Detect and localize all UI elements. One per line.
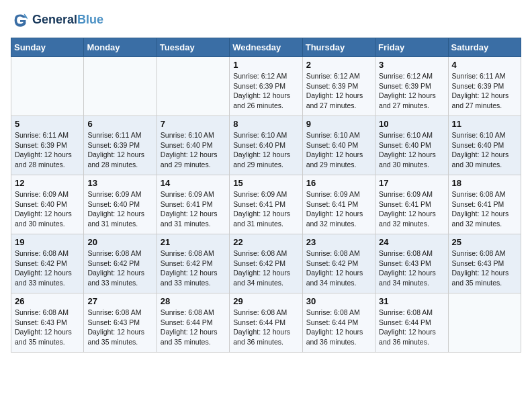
calendar-cell: 8Sunrise: 6:10 AM Sunset: 6:40 PM Daylig… bbox=[230, 116, 302, 175]
day-number: 28 bbox=[161, 296, 226, 306]
day-number: 30 bbox=[306, 296, 371, 306]
logo-icon bbox=[11, 11, 30, 30]
calendar-cell: 11Sunrise: 6:10 AM Sunset: 6:40 PM Dayli… bbox=[448, 116, 521, 175]
day-number: 17 bbox=[379, 178, 444, 188]
day-info: Sunrise: 6:09 AM Sunset: 6:41 PM Dayligh… bbox=[161, 189, 226, 229]
day-info: Sunrise: 6:09 AM Sunset: 6:40 PM Dayligh… bbox=[15, 189, 80, 229]
calendar-cell: 27Sunrise: 6:08 AM Sunset: 6:43 PM Dayli… bbox=[84, 293, 157, 353]
day-info: Sunrise: 6:08 AM Sunset: 6:43 PM Dayligh… bbox=[15, 308, 80, 347]
day-number: 8 bbox=[233, 119, 298, 129]
day-number: 20 bbox=[87, 237, 152, 247]
day-number: 11 bbox=[452, 119, 517, 129]
day-info: Sunrise: 6:08 AM Sunset: 6:42 PM Dayligh… bbox=[306, 248, 371, 288]
day-info: Sunrise: 6:10 AM Sunset: 6:40 PM Dayligh… bbox=[233, 130, 298, 170]
calendar-cell bbox=[84, 57, 157, 116]
day-info: Sunrise: 6:08 AM Sunset: 6:42 PM Dayligh… bbox=[87, 248, 152, 288]
logo-text: GeneralBlue bbox=[32, 13, 103, 27]
day-number: 12 bbox=[15, 178, 80, 188]
calendar-week-row: 5Sunrise: 6:11 AM Sunset: 6:39 PM Daylig… bbox=[11, 116, 521, 175]
day-info: Sunrise: 6:08 AM Sunset: 6:43 PM Dayligh… bbox=[379, 248, 444, 288]
day-number: 18 bbox=[452, 178, 517, 188]
day-number: 15 bbox=[233, 178, 298, 188]
calendar-cell: 29Sunrise: 6:08 AM Sunset: 6:44 PM Dayli… bbox=[230, 293, 302, 353]
calendar-cell: 28Sunrise: 6:08 AM Sunset: 6:44 PM Dayli… bbox=[157, 293, 229, 353]
calendar-week-row: 1Sunrise: 6:12 AM Sunset: 6:39 PM Daylig… bbox=[11, 57, 521, 116]
day-number: 19 bbox=[15, 237, 80, 247]
day-number: 4 bbox=[452, 60, 517, 70]
calendar-cell: 17Sunrise: 6:09 AM Sunset: 6:41 PM Dayli… bbox=[375, 175, 448, 234]
day-info: Sunrise: 6:08 AM Sunset: 6:43 PM Dayligh… bbox=[87, 308, 152, 347]
calendar-table: SundayMondayTuesdayWednesdayThursdayFrid… bbox=[11, 38, 521, 353]
day-info: Sunrise: 6:08 AM Sunset: 6:42 PM Dayligh… bbox=[15, 248, 80, 288]
day-info: Sunrise: 6:12 AM Sunset: 6:39 PM Dayligh… bbox=[233, 71, 298, 111]
day-info: Sunrise: 6:12 AM Sunset: 6:39 PM Dayligh… bbox=[306, 71, 371, 111]
calendar-cell: 15Sunrise: 6:09 AM Sunset: 6:41 PM Dayli… bbox=[230, 175, 302, 234]
calendar-cell: 1Sunrise: 6:12 AM Sunset: 6:39 PM Daylig… bbox=[230, 57, 302, 116]
day-info: Sunrise: 6:11 AM Sunset: 6:39 PM Dayligh… bbox=[15, 130, 80, 170]
calendar-cell: 14Sunrise: 6:09 AM Sunset: 6:41 PM Dayli… bbox=[157, 175, 229, 234]
day-info: Sunrise: 6:08 AM Sunset: 6:43 PM Dayligh… bbox=[452, 248, 517, 288]
day-info: Sunrise: 6:08 AM Sunset: 6:42 PM Dayligh… bbox=[233, 248, 298, 288]
calendar-cell: 23Sunrise: 6:08 AM Sunset: 6:42 PM Dayli… bbox=[302, 234, 375, 293]
calendar-header-row: SundayMondayTuesdayWednesdayThursdayFrid… bbox=[11, 38, 521, 57]
calendar-cell bbox=[448, 293, 521, 353]
calendar-day-header: Tuesday bbox=[157, 38, 229, 57]
calendar-cell: 10Sunrise: 6:10 AM Sunset: 6:40 PM Dayli… bbox=[375, 116, 448, 175]
day-number: 21 bbox=[161, 237, 226, 247]
day-info: Sunrise: 6:08 AM Sunset: 6:44 PM Dayligh… bbox=[161, 308, 226, 347]
day-info: Sunrise: 6:08 AM Sunset: 6:44 PM Dayligh… bbox=[379, 308, 444, 347]
calendar-cell: 3Sunrise: 6:12 AM Sunset: 6:39 PM Daylig… bbox=[375, 57, 448, 116]
calendar-cell: 4Sunrise: 6:11 AM Sunset: 6:39 PM Daylig… bbox=[448, 57, 521, 116]
day-info: Sunrise: 6:08 AM Sunset: 6:41 PM Dayligh… bbox=[452, 189, 517, 229]
calendar-cell: 12Sunrise: 6:09 AM Sunset: 6:40 PM Dayli… bbox=[11, 175, 84, 234]
day-info: Sunrise: 6:10 AM Sunset: 6:40 PM Dayligh… bbox=[161, 130, 226, 170]
calendar-cell bbox=[157, 57, 229, 116]
day-info: Sunrise: 6:08 AM Sunset: 6:42 PM Dayligh… bbox=[161, 248, 226, 288]
day-number: 29 bbox=[233, 296, 298, 306]
day-info: Sunrise: 6:11 AM Sunset: 6:39 PM Dayligh… bbox=[87, 130, 152, 170]
calendar-cell: 31Sunrise: 6:08 AM Sunset: 6:44 PM Dayli… bbox=[375, 293, 448, 353]
calendar-day-header: Saturday bbox=[448, 38, 521, 57]
calendar-cell: 26Sunrise: 6:08 AM Sunset: 6:43 PM Dayli… bbox=[11, 293, 84, 353]
day-info: Sunrise: 6:08 AM Sunset: 6:44 PM Dayligh… bbox=[233, 308, 298, 347]
logo: GeneralBlue bbox=[11, 11, 103, 30]
day-info: Sunrise: 6:09 AM Sunset: 6:41 PM Dayligh… bbox=[379, 189, 444, 229]
day-number: 7 bbox=[161, 119, 226, 129]
calendar-cell: 30Sunrise: 6:08 AM Sunset: 6:44 PM Dayli… bbox=[302, 293, 375, 353]
calendar-cell: 7Sunrise: 6:10 AM Sunset: 6:40 PM Daylig… bbox=[157, 116, 229, 175]
calendar-cell bbox=[11, 57, 84, 116]
calendar-day-header: Wednesday bbox=[230, 38, 302, 57]
day-number: 16 bbox=[306, 178, 371, 188]
calendar-cell: 21Sunrise: 6:08 AM Sunset: 6:42 PM Dayli… bbox=[157, 234, 229, 293]
calendar-cell: 6Sunrise: 6:11 AM Sunset: 6:39 PM Daylig… bbox=[84, 116, 157, 175]
day-info: Sunrise: 6:12 AM Sunset: 6:39 PM Dayligh… bbox=[379, 71, 444, 111]
day-info: Sunrise: 6:10 AM Sunset: 6:40 PM Dayligh… bbox=[306, 130, 371, 170]
day-number: 26 bbox=[15, 296, 80, 306]
calendar-cell: 22Sunrise: 6:08 AM Sunset: 6:42 PM Dayli… bbox=[230, 234, 302, 293]
day-number: 27 bbox=[87, 296, 152, 306]
day-number: 6 bbox=[87, 119, 152, 129]
day-number: 24 bbox=[379, 237, 444, 247]
day-info: Sunrise: 6:10 AM Sunset: 6:40 PM Dayligh… bbox=[379, 130, 444, 170]
day-number: 22 bbox=[233, 237, 298, 247]
calendar-cell: 19Sunrise: 6:08 AM Sunset: 6:42 PM Dayli… bbox=[11, 234, 84, 293]
calendar-day-header: Monday bbox=[84, 38, 157, 57]
calendar-cell: 16Sunrise: 6:09 AM Sunset: 6:41 PM Dayli… bbox=[302, 175, 375, 234]
calendar-day-header: Thursday bbox=[302, 38, 375, 57]
calendar-week-row: 19Sunrise: 6:08 AM Sunset: 6:42 PM Dayli… bbox=[11, 234, 521, 293]
day-number: 31 bbox=[379, 296, 444, 306]
page-header: GeneralBlue bbox=[11, 11, 521, 30]
day-number: 2 bbox=[306, 60, 371, 70]
day-info: Sunrise: 6:09 AM Sunset: 6:41 PM Dayligh… bbox=[233, 189, 298, 229]
calendar-cell: 2Sunrise: 6:12 AM Sunset: 6:39 PM Daylig… bbox=[302, 57, 375, 116]
day-number: 23 bbox=[306, 237, 371, 247]
calendar-day-header: Friday bbox=[375, 38, 448, 57]
day-number: 9 bbox=[306, 119, 371, 129]
calendar-cell: 9Sunrise: 6:10 AM Sunset: 6:40 PM Daylig… bbox=[302, 116, 375, 175]
day-info: Sunrise: 6:11 AM Sunset: 6:39 PM Dayligh… bbox=[452, 71, 517, 111]
calendar-week-row: 12Sunrise: 6:09 AM Sunset: 6:40 PM Dayli… bbox=[11, 175, 521, 234]
calendar-cell: 24Sunrise: 6:08 AM Sunset: 6:43 PM Dayli… bbox=[375, 234, 448, 293]
calendar-day-header: Sunday bbox=[11, 38, 84, 57]
calendar-cell: 18Sunrise: 6:08 AM Sunset: 6:41 PM Dayli… bbox=[448, 175, 521, 234]
day-number: 13 bbox=[87, 178, 152, 188]
